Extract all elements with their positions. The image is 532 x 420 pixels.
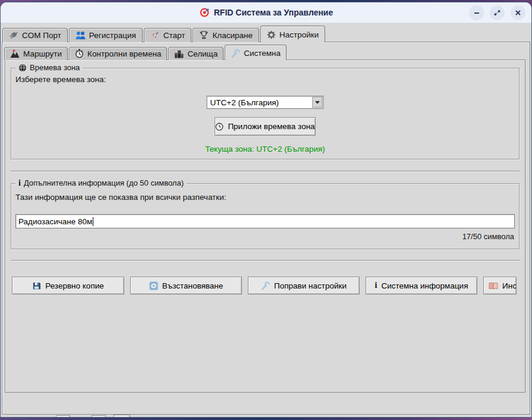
app-window: RFID Система за Управление — [0, 2, 532, 418]
minimize-button[interactable] — [469, 5, 484, 20]
text-cursor — [93, 217, 93, 226]
tab-start[interactable]: Старт — [144, 28, 192, 42]
size-bar: Размер: – 20 + — [10, 415, 130, 418]
info-icon: i — [18, 179, 21, 187]
extra-info-input-value: Радиозасичане 80м — [18, 217, 92, 226]
subtab-system[interactable]: Системна — [225, 45, 287, 60]
current-timezone-status: Текуща зона: UTC+2 (България) — [11, 145, 519, 153]
restore-button[interactable]: Възстановяване — [130, 277, 242, 294]
action-buttons-row: Резервно копие Възстановяване — [12, 277, 517, 294]
settings-panel: Маршрути Контролни времена — [2, 42, 530, 415]
timezone-group-title: Времева зона — [15, 63, 83, 72]
city-icon — [174, 49, 184, 58]
target-icon — [199, 7, 210, 18]
plug-icon — [9, 30, 18, 40]
apply-timezone-button[interactable]: Приложи времева зона — [215, 117, 316, 136]
size-save-button[interactable] — [114, 415, 130, 418]
subtab-routes[interactable]: Маршрути — [4, 47, 68, 60]
restore-icon — [149, 281, 158, 290]
size-decrease-button[interactable]: – — [56, 415, 70, 418]
tab-registration[interactable]: Регистрация — [69, 28, 143, 42]
system-tab-panel: Времева зона Изберете времева зона: UTC+… — [5, 59, 525, 393]
chevron-down-icon[interactable] — [313, 97, 323, 108]
main-tabbar: COM Порт Регистрация — [1, 25, 531, 42]
gear-icon — [267, 30, 276, 39]
floppy-icon — [32, 281, 41, 290]
size-increase-button[interactable]: + — [92, 415, 106, 418]
stopwatch-icon — [75, 49, 84, 58]
close-button[interactable] — [511, 5, 525, 20]
wrench-icon — [261, 281, 270, 290]
tab-com-port[interactable]: COM Порт — [2, 28, 68, 42]
titlebar: RFID Система за Управление — [1, 2, 531, 23]
settings-subtabbar: Маршрути Контролни времена — [2, 44, 530, 60]
extra-info-groupbox: i Допълнителна информация (до 50 символа… — [11, 183, 520, 249]
book-icon — [489, 282, 498, 290]
extra-info-group-title: i Допълнителна информация (до 50 символа… — [15, 178, 187, 187]
timezone-groupbox: Времева зона Изберете времева зона: UTC+… — [11, 68, 520, 159]
extra-info-input[interactable]: Радиозасичане 80м — [15, 214, 515, 228]
clock-icon — [215, 123, 223, 131]
people-icon — [75, 31, 86, 40]
fix-settings-button[interactable]: Поправи настройки — [248, 277, 360, 294]
window-title: RFID Система за Управление — [199, 7, 333, 18]
extra-info-description: Тази информация ще се показва при всички… — [15, 193, 226, 202]
timezone-combobox[interactable]: UTC+2 (България) — [207, 96, 324, 109]
char-counter: 17/50 символа — [462, 232, 514, 241]
tab-settings[interactable]: Настройки — [260, 26, 325, 42]
tab-ranking[interactable]: Класиране — [193, 28, 259, 42]
rocket-icon — [150, 30, 160, 40]
subtab-control-times[interactable]: Контролни времена — [69, 47, 167, 60]
globe-icon — [18, 64, 27, 72]
backup-button[interactable]: Резервно копие — [12, 277, 124, 294]
trophy-icon — [199, 30, 209, 40]
wrench-icon — [231, 49, 240, 58]
subtab-settlements[interactable]: Селища — [168, 47, 223, 60]
timezone-select-label: Изберете времева зона: — [15, 75, 106, 84]
instructions-button[interactable]: Инс — [483, 277, 517, 294]
separator — [11, 171, 520, 172]
maximize-button[interactable] — [490, 5, 505, 20]
system-info-button[interactable]: i Системна информация — [366, 277, 477, 294]
info-icon: i — [375, 281, 377, 290]
mountain-flag-icon — [10, 49, 20, 58]
separator — [11, 260, 520, 261]
timezone-selected-value: UTC+2 (България) — [207, 98, 313, 107]
